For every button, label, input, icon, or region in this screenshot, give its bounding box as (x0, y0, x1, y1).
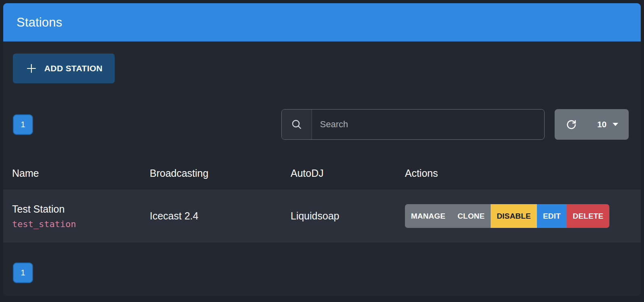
card-header: Stations (3, 3, 641, 41)
station-name: Test Station (12, 203, 141, 215)
bottom-pagination: 1 (3, 263, 641, 283)
table-row: Test Station test_station Icecast 2.4 Li… (3, 190, 641, 242)
column-header-actions: Actions (396, 168, 641, 179)
column-header-autodj: AutoDJ (282, 168, 396, 179)
chevron-down-icon (613, 123, 618, 126)
page-title: Stations (17, 15, 62, 30)
table-header-row: Name Broadcasting AutoDJ Actions (3, 157, 641, 190)
station-shortcode: test_station (12, 219, 141, 229)
clone-button[interactable]: CLONE (452, 204, 491, 228)
actions-cell: MANAGE CLONE DISABLE EDIT DELETE (396, 204, 641, 228)
stations-card: Stations ADD STATION 1 (3, 3, 641, 296)
autodj-cell: Liquidsoap (282, 210, 396, 222)
search-input[interactable] (312, 110, 544, 139)
pagination-page-button-top[interactable]: 1 (13, 114, 33, 135)
row-actions-group: MANAGE CLONE DISABLE EDIT DELETE (405, 204, 609, 228)
column-header-broadcasting: Broadcasting (141, 168, 282, 179)
edit-button[interactable]: EDIT (537, 204, 567, 228)
broadcasting-cell: Icecast 2.4 (141, 210, 282, 222)
plus-icon (25, 62, 38, 75)
toolbar: ADD STATION (3, 41, 641, 83)
delete-button[interactable]: DELETE (567, 204, 609, 228)
column-header-name: Name (3, 168, 141, 179)
stations-table: Name Broadcasting AutoDJ Actions Test St… (3, 157, 641, 242)
list-controls: 1 (3, 109, 641, 140)
add-station-button[interactable]: ADD STATION (13, 54, 115, 83)
refresh-icon (565, 118, 578, 131)
per-page-value: 10 (597, 120, 607, 129)
station-name-cell: Test Station test_station (3, 203, 141, 229)
search-icon (291, 118, 303, 130)
search-group (281, 109, 545, 140)
per-page-group: 10 (555, 109, 629, 140)
disable-button[interactable]: DISABLE (491, 204, 537, 228)
add-station-label: ADD STATION (44, 64, 103, 73)
manage-button[interactable]: MANAGE (405, 204, 452, 228)
pagination-page-button-bottom[interactable]: 1 (13, 263, 33, 283)
per-page-dropdown[interactable]: 10 (597, 120, 618, 129)
search-prepend (282, 110, 312, 139)
refresh-button[interactable] (565, 118, 578, 131)
